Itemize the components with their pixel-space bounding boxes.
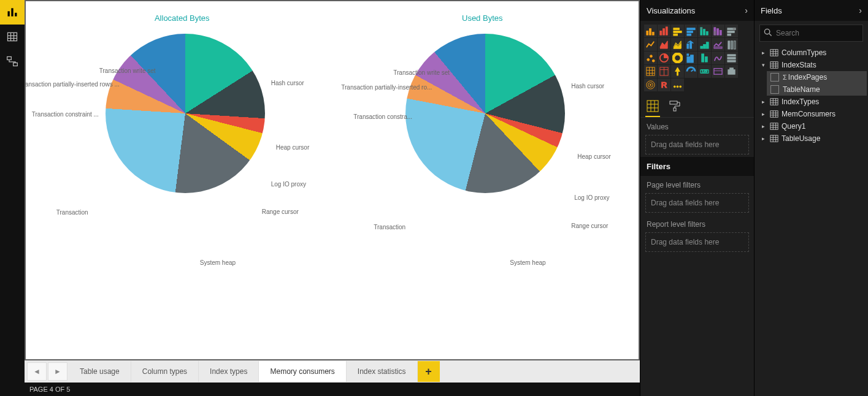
chart-used[interactable]: Used Bytes Hash cursorHeap cursorLog IO …	[332, 7, 633, 353]
search-input[interactable]	[759, 25, 863, 42]
model-view-button[interactable]	[0, 49, 25, 74]
pie-label: Transaction constra...	[353, 113, 412, 120]
viz-type-button[interactable]	[698, 51, 711, 64]
values-dropzone[interactable]: Drag data fields here	[645, 135, 749, 154]
add-page-button[interactable]: +	[418, 361, 440, 382]
viz-type-button[interactable]	[671, 65, 684, 78]
field-node-tablename[interactable]: TableName	[767, 83, 867, 96]
svg-rect-33	[728, 34, 731, 36]
viz-type-button[interactable]	[712, 25, 724, 37]
view-rail	[0, 0, 25, 396]
svg-rect-25	[706, 31, 708, 35]
viz-type-button[interactable]	[685, 25, 697, 37]
chart-allocated[interactable]: Allocated Bytes Hash cursorHeap cursorLo…	[32, 7, 332, 353]
table-icon	[769, 110, 779, 118]
pie-label: Hash cursor	[571, 83, 604, 89]
table-node-indextypes[interactable]: ▸IndexTypes	[756, 96, 867, 108]
checkbox[interactable]	[770, 73, 779, 82]
caret-right-icon: ▸	[759, 99, 767, 105]
tabs-next-button[interactable]: ►	[48, 362, 67, 381]
viz-type-button[interactable]	[658, 51, 670, 64]
report-canvas[interactable]: Allocated Bytes Hash cursorHeap cursorLo…	[26, 1, 639, 359]
table-label: ColumnTypes	[782, 48, 826, 57]
pie-label: Heap cursor	[577, 153, 610, 160]
table-label: IndexTypes	[782, 97, 819, 106]
svg-rect-22	[701, 31, 702, 36]
svg-rect-39	[714, 47, 722, 48]
viz-type-button[interactable]	[658, 25, 670, 37]
fields-header[interactable]: Fields ›	[755, 0, 868, 21]
tab-memory-consumers[interactable]: Memory consumers	[259, 361, 346, 382]
report-filters-dropzone[interactable]: Drag data fields here	[645, 232, 749, 252]
barchart-icon	[6, 6, 18, 18]
page-filters-dropzone[interactable]: Drag data fields here	[645, 193, 749, 213]
field-node-indexpages[interactable]: ΣIndexPages	[767, 71, 867, 83]
tabs-prev-button[interactable]: ◄	[27, 362, 47, 381]
viz-type-button[interactable]	[671, 25, 684, 37]
viz-type-button[interactable]	[644, 38, 657, 51]
viz-type-button[interactable]	[658, 65, 670, 78]
tab-column-types[interactable]: Column types	[131, 361, 199, 382]
app-root: Allocated Bytes Hash cursorHeap cursorLo…	[0, 0, 868, 396]
viz-type-button[interactable]	[725, 38, 738, 51]
pie-label: Transaction write set	[393, 69, 450, 76]
pane-title: Visualizations	[647, 6, 695, 15]
viz-type-button[interactable]	[644, 51, 657, 64]
svg-rect-13	[660, 31, 662, 36]
viz-type-button[interactable]	[698, 25, 711, 37]
tab-index-statistics[interactable]: Index statistics	[347, 361, 418, 382]
pie-label: Transaction	[56, 209, 88, 216]
table-node-query1[interactable]: ▸Query1	[756, 120, 867, 132]
checkbox[interactable]	[770, 85, 779, 94]
visualizations-header[interactable]: Visualizations ›	[640, 0, 754, 21]
viz-type-button[interactable]	[712, 38, 724, 51]
pie-label: Heap cursor	[276, 144, 309, 151]
viz-type-button[interactable]	[671, 78, 684, 91]
caret-right-icon: ▸	[759, 123, 767, 129]
svg-rect-52	[705, 57, 707, 63]
table-node-indexstats[interactable]: ▾IndexStats	[756, 59, 867, 71]
viz-type-button[interactable]	[685, 65, 697, 78]
field-label: TableName	[783, 85, 820, 94]
charts-row: Allocated Bytes Hash cursorHeap cursorLo…	[26, 1, 639, 359]
viz-type-button[interactable]	[658, 38, 670, 51]
fields-well-button[interactable]	[647, 100, 659, 112]
svg-point-45	[652, 59, 655, 62]
viz-type-button[interactable]	[644, 25, 657, 37]
data-view-button[interactable]	[0, 25, 25, 49]
viz-type-button[interactable]: R	[658, 78, 670, 91]
svg-rect-69	[728, 70, 735, 75]
format-button[interactable]	[669, 100, 681, 112]
svg-rect-53	[728, 55, 735, 56]
viz-type-button[interactable]	[725, 51, 738, 64]
viz-type-button[interactable]	[671, 51, 684, 64]
svg-point-75	[674, 86, 675, 88]
pie-label: Range cursor	[262, 208, 299, 215]
viz-type-button[interactable]	[644, 78, 657, 91]
tab-index-types[interactable]: Index types	[199, 361, 259, 382]
table-node-memconsumers[interactable]: ▸MemConsumers	[756, 108, 867, 120]
svg-rect-50	[687, 54, 689, 56]
table-icon	[769, 122, 779, 131]
table-icon	[769, 61, 779, 69]
table-icon	[6, 31, 18, 43]
fields-tree: ▸ColumnTypes▾IndexStatsΣIndexPagesTableN…	[755, 45, 868, 146]
svg-rect-67	[714, 69, 722, 74]
table-label: MemConsumers	[782, 110, 835, 118]
viz-type-button[interactable]	[712, 51, 724, 64]
tab-table-usage[interactable]: Table usage	[69, 361, 131, 382]
viz-type-button[interactable]	[712, 65, 724, 78]
viz-type-button[interactable]	[725, 65, 738, 78]
viz-type-button[interactable]	[698, 38, 711, 51]
viz-type-button[interactable]	[685, 38, 697, 51]
report-view-button[interactable]	[0, 0, 25, 25]
viz-type-button[interactable]: 123	[698, 65, 711, 78]
viz-type-button[interactable]	[685, 51, 697, 64]
viz-type-button[interactable]	[725, 25, 738, 37]
viz-type-button[interactable]	[671, 38, 684, 51]
svg-line-86	[769, 34, 772, 36]
table-node-tableusage[interactable]: ▸TableUsage	[756, 132, 867, 145]
viz-type-button[interactable]	[644, 65, 657, 78]
caret-right-icon: ▸	[759, 135, 767, 142]
table-node-columntypes[interactable]: ▸ColumnTypes	[756, 47, 867, 59]
